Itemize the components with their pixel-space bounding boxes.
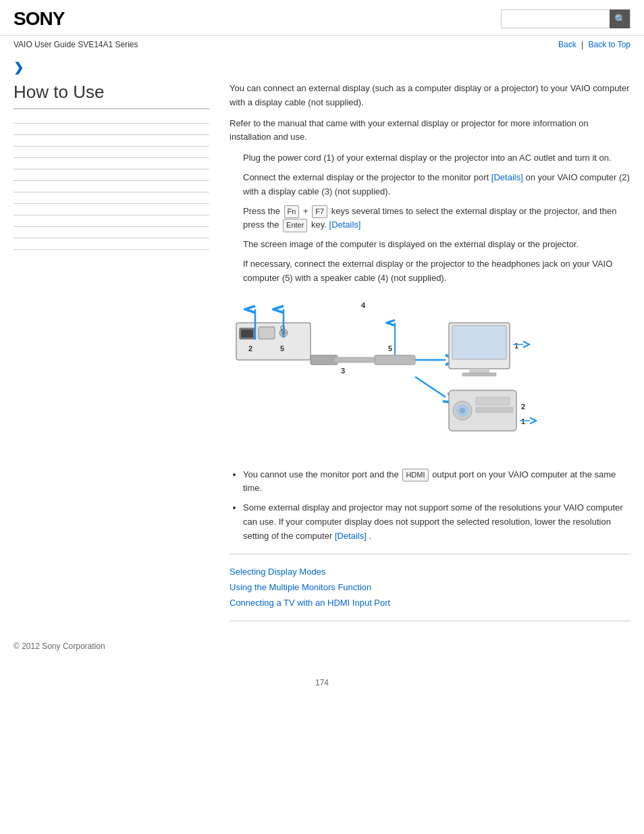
svg-text:1: 1: [514, 342, 518, 350]
product-title: VAIO User Guide SVE14A1 Series: [14, 40, 138, 49]
search-input[interactable]: [502, 13, 610, 25]
search-button[interactable]: 🔍: [610, 9, 630, 28]
content: You can connect an external display (suc…: [223, 82, 630, 621]
svg-rect-2: [241, 330, 253, 338]
sub-header: VAIO User Guide SVE14A1 Series Back | Ba…: [0, 36, 644, 53]
sidebar-item-11[interactable]: [14, 227, 209, 238]
note2-details-link[interactable]: [Details]: [335, 531, 367, 541]
svg-rect-12: [311, 355, 338, 365]
svg-rect-31: [476, 407, 513, 413]
para1: You can connect an external display (suc…: [230, 82, 630, 110]
note1: You cannot use the monitor port and the …: [243, 468, 630, 496]
sidebar-item-12[interactable]: [14, 238, 209, 250]
connection-diagram: Ω 2 5 4 3 5: [230, 296, 621, 451]
step2-text: Connect the external display or the proj…: [243, 172, 489, 182]
diagram: Ω 2 5 4 3 5: [230, 296, 630, 458]
svg-text:1: 1: [521, 417, 525, 425]
sony-logo: SONY: [14, 8, 64, 30]
sidebar-item-10[interactable]: [14, 215, 209, 227]
sidebar-item-9[interactable]: [14, 204, 209, 215]
back-to-top-link[interactable]: Back to Top: [589, 40, 630, 49]
note2: Some external display and projector may …: [243, 501, 630, 543]
sidebar-item-1[interactable]: [14, 112, 209, 124]
fn-key: Fn: [284, 205, 300, 219]
svg-rect-13: [334, 357, 375, 363]
enter-key: Enter: [283, 219, 307, 232]
step3-text: Press the Fn + F7 keys several times to …: [243, 206, 616, 230]
step1: Plug the power cord (1) of your external…: [243, 151, 630, 165]
svg-text:2: 2: [248, 344, 252, 353]
footer: © 2012 Sony Corporation: [0, 628, 644, 664]
svg-text:4: 4: [361, 301, 366, 309]
sidebar-item-5[interactable]: [14, 158, 209, 170]
sidebar-title: How to Use: [14, 82, 209, 109]
search-box: 🔍: [501, 9, 630, 28]
svg-rect-22: [462, 373, 496, 376]
step3-details-link[interactable]: [Details]: [329, 219, 361, 230]
related-link-3[interactable]: Connecting a TV with an HDMI Input Port: [230, 595, 630, 610]
copyright: © 2012 Sony Corporation: [14, 642, 105, 651]
sidebar-item-2[interactable]: [14, 124, 209, 135]
sidebar-item-4[interactable]: [14, 147, 209, 158]
svg-text:2: 2: [521, 402, 525, 411]
step3: Press the Fn + F7 keys several times to …: [243, 205, 630, 233]
sidebar: How to Use: [14, 82, 223, 621]
svg-point-29: [460, 408, 465, 413]
nav-links: Back | Back to Top: [558, 40, 630, 49]
svg-rect-30: [476, 397, 510, 405]
related-link-1[interactable]: Selecting Display Modes: [230, 564, 630, 579]
svg-rect-3: [259, 327, 275, 339]
related-link-2[interactable]: Using the Multiple Monitors Function: [230, 579, 630, 595]
step4: The screen image of the computer is disp…: [243, 238, 630, 252]
hdmi-label: HDMI: [402, 469, 428, 482]
svg-rect-20: [452, 325, 506, 359]
header: SONY 🔍: [0, 0, 644, 36]
svg-text:5: 5: [388, 344, 392, 353]
svg-rect-17: [375, 355, 415, 365]
svg-text:5: 5: [280, 344, 284, 353]
sidebar-item-7[interactable]: [14, 181, 209, 192]
step5: If necessary, connect the external displ…: [243, 257, 630, 286]
breadcrumb-arrow[interactable]: ❯: [0, 53, 644, 75]
related-links: Selecting Display Modes Using the Multip…: [230, 554, 630, 621]
svg-line-25: [415, 377, 446, 397]
sidebar-item-6[interactable]: [14, 170, 209, 181]
step2-details-link[interactable]: [Details]: [491, 172, 523, 182]
notes-section: You cannot use the monitor port and the …: [230, 468, 630, 544]
sidebar-item-3[interactable]: [14, 135, 209, 147]
sidebar-item-8[interactable]: [14, 192, 209, 204]
para2: Refer to the manual that came with your …: [230, 117, 630, 145]
page-number: 174: [0, 678, 644, 701]
main-layout: How to Use You can connect an external d…: [0, 75, 644, 628]
f7-key: F7: [312, 205, 327, 219]
back-link[interactable]: Back: [558, 40, 576, 49]
step2: Connect the external display or the proj…: [243, 171, 630, 199]
svg-text:3: 3: [341, 367, 345, 375]
